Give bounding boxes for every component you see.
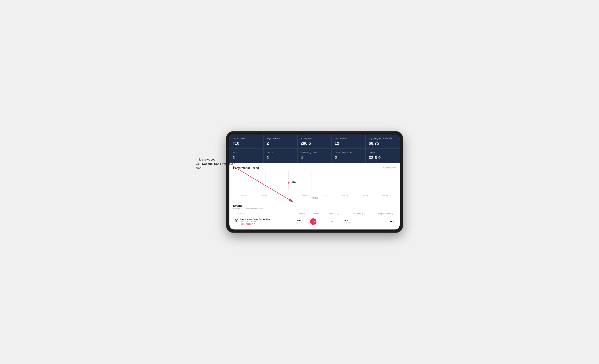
stat-label-total-rounds: Total Rounds (335, 137, 362, 140)
event-position-value: 6th (293, 219, 305, 222)
event-total-points-sub: 3 Rounds (344, 222, 364, 224)
stat-value-national-rank: #10 (232, 141, 260, 146)
stat-label-regional-rank: Regional Rank (266, 137, 294, 140)
stats-row-1: National Rank #10 Regional Rank 2 Scorin… (229, 134, 400, 149)
event-position-sub: out of 7 (293, 222, 305, 224)
chart-data-point (288, 182, 290, 184)
stat-avg-weighted: Avg. Weighted Points i 68.75 (366, 134, 400, 149)
col-header-score: Score (306, 212, 320, 216)
col-header-event-name: Event Name (233, 212, 291, 216)
col-header-weighted-points: Weighted Points i (366, 212, 396, 216)
stat-national-rank: National Rank #10 (229, 134, 264, 149)
col-header-total-points-text: Total Points (352, 213, 361, 215)
stat-total-rounds: Total Rounds 12 (332, 134, 366, 149)
col-header-event-sg: Event SG i (320, 212, 342, 216)
event-name-cell: 🦅 Buster Cozy Cup – Stroke Play Oct 9 - … (233, 216, 291, 227)
event-info: Buster Cozy Cup – Stroke Play Oct 9 - Oc… (240, 218, 270, 225)
stats-row-2: Wins 2 Top 3s 2 Stroke Play Events 4 Mat… (229, 149, 400, 163)
stat-value-match-play: 2 (335, 155, 362, 160)
stat-regional-rank: Regional Rank 2 (264, 134, 298, 149)
performance-trend-header: Performance Trend National Rank (233, 166, 396, 169)
col-header-event-sg-text: Event SG (329, 213, 337, 215)
performance-chart: #10 (233, 171, 396, 194)
stat-top3s: Top 3s 2 (264, 149, 298, 163)
event-sg-cell: 0.45 (320, 216, 342, 227)
stat-label-top3s: Top 3s (266, 151, 294, 154)
chart-x-label-feb24: FEB 24 (315, 194, 335, 196)
stat-stroke-play: Stroke Play Events 4 (298, 149, 332, 163)
events-table: Event Name Position Score Event SG i Tot… (233, 212, 396, 227)
stat-label-wins: Wins (232, 151, 260, 154)
tablet-screen: National Rank #10 Regional Rank 2 Scorin… (229, 134, 400, 230)
performance-trend-section: Performance Trend National Rank (229, 163, 400, 201)
chart-x-label-apr24: APR 24 (355, 194, 375, 196)
chart-data-label: #10 (291, 181, 296, 184)
stat-match-play: Match Play Events 2 (332, 149, 366, 163)
performance-trend-label: National Rank (383, 167, 396, 169)
stat-value-total-rounds: 12 (335, 141, 362, 146)
chart-x-label-oct23: OCT 23 (234, 194, 254, 196)
event-name-inner: 🦅 Buster Cozy Cup – Stroke Play Oct 9 - … (235, 218, 290, 225)
event-weighted-points-value: 28.3 (368, 220, 395, 223)
stat-label-stroke-play: Stroke Play Events (301, 151, 328, 154)
info-icon-event-sg: i (338, 213, 340, 215)
stat-value-avg-weighted: 68.75 (369, 141, 397, 146)
stat-label-scoring-avg: Scoring Avg. (301, 137, 328, 140)
chart-x-label-mar24: MAR 24 (335, 194, 355, 196)
annotation-text: This shows you your National Rank trend … (196, 158, 237, 170)
col-header-weighted-points-text: Weighted Points (378, 213, 391, 215)
col-header-total-points: Total Points i (342, 212, 366, 216)
stat-value-stroke-play: 4 (301, 155, 328, 160)
events-title: Events (233, 204, 396, 207)
tablet-shell: National Rank #10 Regional Rank 2 Scorin… (226, 131, 403, 233)
stat-value-record: 32-8-0 (369, 155, 397, 160)
stat-label-match-play: Match Play Events (335, 151, 362, 154)
stat-label-avg-weighted-text: Avg. Weighted Points (369, 137, 388, 140)
stat-value-scoring-avg: 286.5 (301, 141, 328, 146)
chart-x-label-may24: MAY 24 (375, 194, 395, 196)
event-weighted-points-cell: 28.3 (366, 216, 396, 227)
stat-record: Record 32-8-0 (366, 149, 400, 163)
chart-x-labels: OCT 23 NOV 23 DEC 23 JAN 24 FEB 24 MAR 2… (233, 194, 396, 196)
event-name: Buster Cozy Cup – Stroke Play (240, 218, 270, 221)
event-position-cell: 6th out of 7 (291, 216, 306, 227)
event-score-badge: -22 (310, 218, 317, 225)
stat-label-record: Record (369, 151, 397, 154)
rank-impact-arrow: ▼ (253, 223, 255, 225)
col-header-position: Position (291, 212, 306, 216)
rank-impact: Rank Impact: 3 ▼ (240, 223, 270, 225)
stat-value-top3s: 2 (266, 155, 294, 160)
stat-label-national-rank: National Rank (232, 137, 260, 140)
scene: This shows you your National Rank trend … (196, 131, 403, 233)
annotation-bold: National Rank (202, 162, 221, 165)
events-last-updated: Last updated: 24th November 2023 (233, 208, 396, 210)
info-icon-weighted-points: i (392, 213, 395, 215)
annotation-line1: This shows you (196, 158, 215, 161)
event-sg-value: 0.45 (322, 220, 340, 223)
rank-impact-label: Rank Impact: 3 (240, 223, 253, 225)
events-section: Events Last updated: 24th November 2023 … (229, 201, 400, 230)
chart-x-label-dec23: DEC 23 (274, 194, 294, 196)
stat-label-avg-weighted: Avg. Weighted Points i (369, 137, 397, 140)
events-table-header-row: Event Name Position Score Event SG i Tot… (233, 212, 396, 216)
event-score-cell: -22 (306, 216, 320, 227)
annotation-line2: your (196, 162, 202, 165)
chart-x-axis-title: Months (233, 197, 396, 199)
chart-svg: #10 (233, 171, 396, 194)
event-total-points-cell: 28.3 3 Rounds (342, 216, 366, 227)
stat-scoring-avg: Scoring Avg. 286.5 (298, 134, 332, 149)
event-date: Oct 9 - Oct 10, 2023 (240, 221, 270, 222)
event-total-points-value: 28.3 (344, 219, 364, 222)
event-icon: 🦅 (235, 219, 238, 222)
table-row: 🦅 Buster Cozy Cup – Stroke Play Oct 9 - … (233, 216, 396, 227)
chart-x-label-jan24: JAN 24 (294, 194, 315, 196)
stat-value-regional-rank: 2 (266, 141, 294, 146)
chart-x-label-nov23: NOV 23 (254, 194, 274, 196)
info-icon-avg-weighted: i (389, 138, 392, 140)
info-icon-total-points: i (362, 213, 364, 215)
